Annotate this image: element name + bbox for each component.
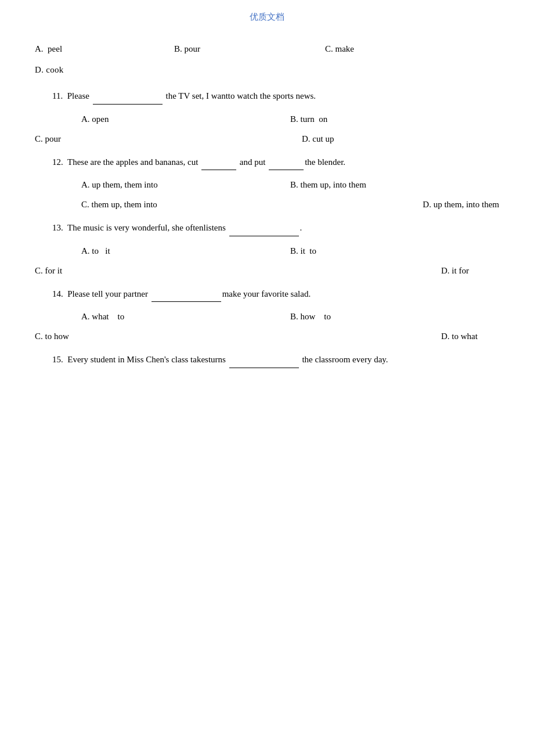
- q14-option-b: B. how to: [290, 308, 499, 325]
- blank-15: [229, 351, 299, 368]
- question-13-block: 13. The music is very wonderful, she oft…: [35, 219, 499, 279]
- q11-option-c: C. pour: [35, 130, 232, 147]
- q13-option-b: B. it to: [290, 242, 499, 260]
- q13-option-a: A. to it: [81, 242, 290, 260]
- q11-options-row2: C. pour D. cut up: [35, 130, 499, 147]
- q13-option-d: D. it for: [371, 262, 499, 279]
- q11-option-d: D. cut up: [232, 130, 499, 147]
- prev-options-block: A. peel B. pour C. make D. cook: [35, 40, 499, 78]
- question-11-block: 11. Please the TV set, I wantto watch th…: [35, 87, 499, 147]
- q13-options-row1: A. to it B. it to: [35, 242, 499, 260]
- content: A. peel B. pour C. make D. cook 11. Plea…: [35, 40, 499, 368]
- q12-option-d: D. up them, into them: [290, 196, 499, 213]
- question-13-text: 13. The music is very wonderful, she oft…: [35, 219, 499, 236]
- blank-11: [93, 87, 163, 105]
- q14-options-row2: C. to how D. to what: [35, 327, 499, 345]
- option-a: A. peel: [35, 40, 174, 57]
- question-14-text: 14. Please tell your partner make your f…: [35, 285, 499, 303]
- q13-options: A. to it B. it to C. for it D. it for: [35, 242, 499, 279]
- q13-option-c: C. for it: [35, 262, 163, 279]
- question-12-text: 12. These are the apples and bananas, cu…: [35, 153, 499, 171]
- q12-option-c: C. them up, them into: [35, 196, 290, 213]
- q13-options-row2: C. for it D. it for: [35, 262, 499, 279]
- page-header: 优质文档: [35, 12, 499, 23]
- blank-12b: [269, 153, 304, 171]
- header-title: 优质文档: [250, 12, 284, 21]
- option-d-row: D. cook: [35, 62, 499, 78]
- q12-option-b: B. them up, into them: [290, 176, 499, 193]
- q14-option-d: D. to what: [371, 327, 499, 345]
- option-c: C. make: [325, 40, 453, 57]
- q12-options-row2: C. them up, them into D. up them, into t…: [35, 196, 499, 213]
- q14-option-c: C. to how: [35, 327, 163, 345]
- q14-options-row1: A. what to B. how to: [35, 308, 499, 325]
- q12-options: A. up them, them into B. them up, into t…: [35, 176, 499, 213]
- prev-options-row: A. peel B. pour C. make: [35, 40, 499, 57]
- q14-options: A. what to B. how to C. to how D. to wha…: [35, 308, 499, 345]
- blank-14: [151, 285, 221, 303]
- q11-option-b: B. turn on: [290, 110, 499, 128]
- q11-options-row1: A. open B. turn on: [35, 110, 499, 128]
- blank-12a: [201, 153, 236, 171]
- q14-option-a: A. what to: [81, 308, 290, 325]
- question-15-block: 15. Every student in Miss Chen's class t…: [35, 351, 499, 368]
- q11-options: A. open B. turn on C. pour D. cut up: [35, 110, 499, 147]
- blank-13: [229, 219, 299, 236]
- question-14-block: 14. Please tell your partner make your f…: [35, 285, 499, 345]
- q12-option-a: A. up them, them into: [81, 176, 290, 193]
- option-b: B. pour: [174, 40, 325, 57]
- q12-options-row1: A. up them, them into B. them up, into t…: [35, 176, 499, 193]
- q11-option-a: A. open: [81, 110, 290, 128]
- question-11-text: 11. Please the TV set, I wantto watch th…: [35, 87, 499, 105]
- question-12-block: 12. These are the apples and bananas, cu…: [35, 153, 499, 214]
- q12-options-row2-inner: C. them up, them into D. up them, into t…: [35, 196, 499, 213]
- question-15-text: 15. Every student in Miss Chen's class t…: [35, 351, 499, 368]
